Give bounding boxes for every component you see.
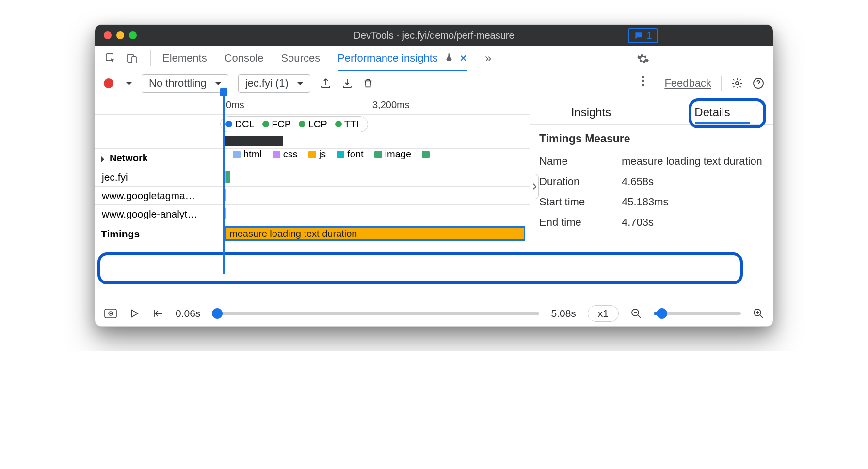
- close-window-button[interactable]: [104, 31, 112, 39]
- ruler-gutter: [95, 96, 219, 114]
- minimize-window-button[interactable]: [116, 31, 124, 39]
- import-icon[interactable]: [341, 78, 353, 89]
- timeline-panel[interactable]: 0ms 3,200ms DCL FCP LCP TTI: [95, 96, 530, 300]
- host-label: www.google-analyt…: [102, 208, 197, 220]
- devtools-window: DevTools - jec.fyi/demo/perf-measure Ele…: [95, 24, 773, 327]
- details-section-title: Timings Measure: [530, 125, 773, 151]
- detail-key: Duration: [539, 175, 622, 188]
- playback-slider[interactable]: [212, 312, 539, 315]
- zoom-window-button[interactable]: [129, 31, 137, 39]
- metric-dcl: DCL: [235, 119, 255, 129]
- tab-elements[interactable]: Elements: [162, 47, 207, 70]
- active-tab-underline: [695, 122, 750, 124]
- playback-bar: 0.06s 5.08s x1: [95, 300, 773, 326]
- svg-rect-2: [132, 57, 136, 63]
- zoom-in-icon[interactable]: [753, 308, 764, 319]
- device-toolbar-icon[interactable]: [125, 51, 139, 65]
- tab-performance-insights[interactable]: Performance insights ✕: [338, 47, 467, 71]
- legend-html: html: [233, 149, 262, 160]
- zoom-slider[interactable]: [654, 312, 741, 315]
- rewind-icon[interactable]: [151, 308, 164, 319]
- play-icon[interactable]: [129, 308, 140, 319]
- more-tabs-button[interactable]: »: [485, 51, 491, 65]
- timing-measure-label: measure loading text duration: [229, 228, 357, 239]
- delete-icon[interactable]: [363, 78, 373, 89]
- network-host-row[interactable]: www.google-analyt…: [95, 205, 530, 223]
- svg-point-4: [642, 79, 644, 82]
- metric-tti: TTI: [344, 119, 359, 129]
- settings-icon[interactable]: [636, 52, 650, 65]
- metrics-row: DCL FCP LCP TTI: [95, 115, 530, 134]
- record-button[interactable]: [104, 78, 113, 88]
- collapse-panel-button[interactable]: [530, 174, 539, 199]
- detail-row-end: End time 4.703s: [530, 212, 773, 233]
- close-tab-icon[interactable]: ✕: [459, 53, 467, 63]
- detail-value: 4.658s: [622, 175, 654, 188]
- detail-value: measure loading text duration: [622, 155, 762, 168]
- devtools-tabbar: Elements Console Sources Performance ins…: [95, 46, 773, 70]
- tick-3200ms: 3,200ms: [372, 99, 410, 110]
- playback-start-time: 0.06s: [176, 308, 200, 319]
- request-bar[interactable]: [226, 171, 230, 183]
- detail-value: 45.183ms: [622, 196, 669, 208]
- filmstrip-row: [95, 134, 530, 149]
- side-panel: Insights Details Timings Measure Name me…: [530, 96, 773, 300]
- disclosure-triangle-icon[interactable]: [101, 156, 108, 163]
- playback-end-time: 5.08s: [551, 308, 576, 319]
- tab-insights[interactable]: Insights: [530, 106, 652, 124]
- throttling-value: No throttling: [149, 77, 207, 90]
- metric-lcp: LCP: [308, 119, 327, 129]
- zoom-out-icon[interactable]: [630, 308, 642, 319]
- detail-row-name: Name measure loading text duration: [530, 151, 773, 172]
- playback-speed[interactable]: x1: [588, 305, 619, 322]
- timing-measure-bar[interactable]: measure loading text duration: [225, 226, 525, 241]
- network-host-row[interactable]: jec.fyi: [95, 168, 530, 187]
- network-legend-row: Network html css js font image: [95, 149, 530, 168]
- timings-row: Timings measure loading text duration: [95, 223, 530, 245]
- tab-console[interactable]: Console: [225, 47, 264, 70]
- detail-key: Name: [539, 155, 622, 168]
- detail-value: 4.703s: [622, 216, 654, 229]
- tab-performance-insights-label: Performance insights: [338, 52, 438, 64]
- detail-key: Start time: [539, 196, 622, 208]
- chevron-down-icon: [294, 77, 303, 90]
- issues-chip[interactable]: 1: [628, 28, 658, 43]
- kebab-menu-icon[interactable]: [636, 74, 650, 88]
- chat-icon: [634, 31, 643, 41]
- tick-0ms: 0ms: [226, 99, 244, 110]
- export-icon[interactable]: [320, 78, 332, 89]
- chevron-down-icon: [212, 77, 221, 90]
- record-dropdown-icon[interactable]: [123, 77, 132, 90]
- window-controls: [104, 31, 137, 39]
- network-header: Network: [110, 153, 148, 164]
- tab-details[interactable]: Details: [652, 106, 773, 124]
- time-ruler[interactable]: 0ms 3,200ms: [95, 96, 530, 115]
- legend-more: [422, 149, 433, 160]
- tab-list: Elements Console Sources Performance ins…: [162, 47, 514, 70]
- detail-key: End time: [539, 216, 622, 229]
- legend-font: font: [337, 149, 363, 160]
- throttling-dropdown[interactable]: No throttling: [142, 74, 228, 93]
- recording-select-dropdown[interactable]: jec.fyi (1): [238, 74, 310, 93]
- preview-toggle-icon[interactable]: [104, 308, 117, 319]
- tab-sources[interactable]: Sources: [281, 47, 320, 70]
- flask-icon: [445, 53, 453, 62]
- metrics-pill[interactable]: DCL FCP LCP TTI: [220, 116, 368, 132]
- legend-js: js: [308, 149, 326, 160]
- filmstrip-thumb[interactable]: [225, 136, 283, 146]
- sidepanel-tabs: Insights Details: [530, 96, 773, 125]
- host-label: jec.fyi: [102, 172, 128, 183]
- metric-fcp: FCP: [272, 119, 291, 129]
- recording-name: jec.fyi (1): [245, 77, 289, 90]
- legend-image: image: [374, 149, 411, 160]
- timings-header: Timings: [101, 228, 140, 240]
- content-area: 0ms 3,200ms DCL FCP LCP TTI: [95, 96, 773, 300]
- network-host-row[interactable]: www.googletagma…: [95, 187, 530, 205]
- legend-css: css: [273, 149, 298, 160]
- detail-row-start: Start time 45.183ms: [530, 192, 773, 212]
- playhead[interactable]: [223, 96, 225, 274]
- svg-point-3: [642, 76, 644, 78]
- svg-point-5: [642, 84, 644, 86]
- detail-row-duration: Duration 4.658s: [530, 172, 773, 192]
- inspect-element-icon[interactable]: [104, 51, 117, 65]
